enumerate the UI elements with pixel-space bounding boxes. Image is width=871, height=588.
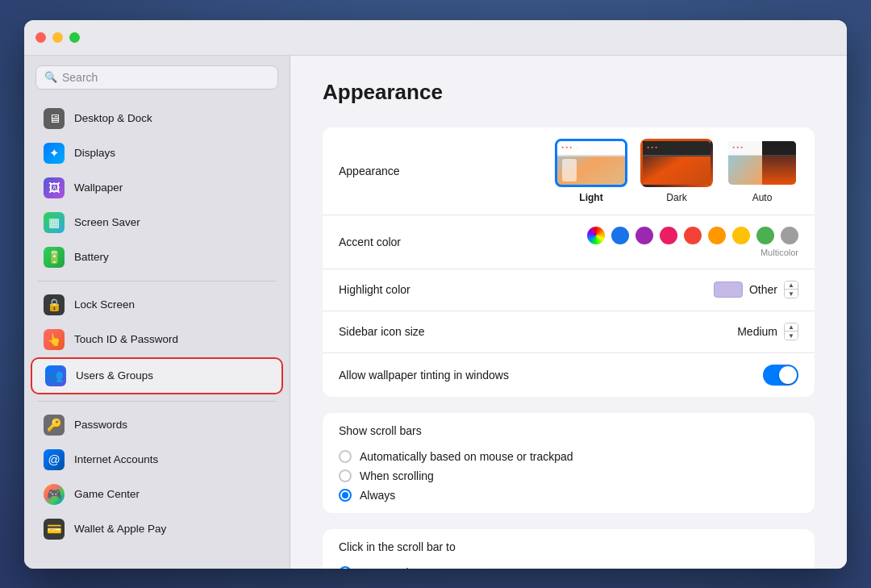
internet-icon: @	[44, 449, 65, 470]
appearance-option-light[interactable]: ●●● Light	[555, 139, 627, 203]
sidebar-icon-size-control[interactable]: Medium ▲ ▼	[737, 323, 798, 340]
wallet-icon: 💳	[44, 519, 65, 540]
scroll-bars-always-label: Always	[360, 489, 395, 502]
sidebar: 🔍 Search 🖥 Desktop & Dock ✦ Displays 🖼 W…	[24, 56, 290, 569]
accent-dot-multicolor[interactable]	[587, 227, 605, 244]
appearance-option-dark[interactable]: ●●● Dark	[640, 139, 713, 203]
sidebar-item-touchid[interactable]: 👆 Touch ID & Password	[31, 323, 283, 357]
appearance-thumb-light[interactable]: ●●●	[555, 139, 627, 187]
sidebar-label-users-groups: Users & Groups	[76, 369, 153, 382]
display-icon: 🖥	[44, 108, 65, 129]
click-scroll-radio-group: Jump to the next page	[323, 555, 815, 569]
appearance-option-auto[interactable]: ●●● Auto	[726, 139, 798, 203]
accent-dot-pink[interactable]	[660, 227, 677, 244]
accent-sublabel: Multicolor	[761, 248, 798, 257]
battery-icon: 🔋	[44, 247, 65, 268]
highlight-color-swatch	[714, 281, 743, 298]
sidebar-label-displays: Displays	[74, 147, 115, 159]
sidebar-item-users-groups[interactable]: 👥 Users & Groups	[31, 357, 283, 394]
stepper-up-size[interactable]: ▲	[785, 323, 798, 332]
sidebar-item-game-center[interactable]: 🎮 Game Center	[31, 477, 283, 511]
search-container: 🔍 Search	[24, 65, 290, 99]
page-title: Appearance	[323, 80, 815, 105]
sidebar-item-battery[interactable]: 🔋 Battery	[31, 240, 283, 274]
sidebar-item-lockscreen[interactable]: 🔒 Lock Screen	[31, 288, 283, 322]
appearance-thumb-dark[interactable]: ●●●	[640, 139, 713, 187]
stepper-up[interactable]: ▲	[785, 281, 798, 290]
sidebar-item-displays[interactable]: ✦ Displays	[31, 136, 283, 170]
radio-scroll-scrolling[interactable]	[339, 469, 352, 482]
close-button[interactable]	[35, 32, 46, 43]
scroll-bars-option-scrolling[interactable]: When scrolling	[339, 469, 798, 482]
sidebar-item-desktop-dock[interactable]: 🖥 Desktop & Dock	[31, 102, 283, 136]
accent-dot-purple[interactable]	[636, 227, 653, 244]
appearance-options: ●●● Light ●●● Dark	[555, 139, 798, 203]
scroll-bars-radio-group: Automatically based on mouse or trackpad…	[323, 439, 815, 513]
appearance-thumb-auto[interactable]: ●●●	[726, 139, 798, 187]
scroll-bars-scrolling-label: When scrolling	[360, 469, 434, 482]
settings-section-scroll-bars: Show scroll bars Automatically based on …	[323, 413, 815, 513]
sidebar-divider	[37, 281, 277, 281]
click-scroll-jump-next-label: Jump to the next page	[360, 566, 472, 569]
search-box[interactable]: 🔍 Search	[35, 65, 278, 90]
users-icon: 👥	[45, 365, 66, 386]
sidebar-item-screensaver[interactable]: ▦ Screen Saver	[31, 206, 283, 240]
sidebar-divider-2	[37, 401, 277, 402]
click-scroll-header: Click in the scroll bar to	[323, 529, 815, 555]
accent-dot-orange[interactable]	[708, 227, 726, 244]
sidebar-label-lockscreen: Lock Screen	[74, 298, 135, 311]
settings-row-accent-color: Accent color	[323, 215, 815, 269]
sidebar-item-internet-accounts[interactable]: @ Internet Accounts	[31, 443, 283, 477]
highlight-color-control[interactable]: Other ▲ ▼	[714, 281, 798, 298]
accent-dot-red[interactable]	[684, 227, 702, 244]
minimize-button[interactable]	[52, 32, 63, 43]
settings-section-click-scroll: Click in the scroll bar to Jump to the n…	[323, 529, 815, 569]
scroll-bars-option-auto[interactable]: Automatically based on mouse or trackpad	[339, 450, 798, 463]
sidebar-item-wallpaper[interactable]: 🖼 Wallpaper	[31, 171, 283, 205]
wallpaper-tinting-control	[763, 365, 798, 386]
wallpaper-tinting-toggle[interactable]	[763, 365, 798, 386]
sidebar-label-wallet: Wallet & Apple Pay	[74, 523, 166, 535]
radio-scroll-always[interactable]	[339, 489, 352, 502]
search-icon: 🔍	[44, 71, 57, 83]
lockscreen-icon: 🔒	[44, 294, 65, 315]
touchid-icon: 👆	[44, 329, 65, 350]
click-scroll-option-jump-next[interactable]: Jump to the next page	[339, 566, 798, 569]
radio-scroll-auto[interactable]	[339, 450, 352, 463]
sidebar-item-passwords[interactable]: 🔑 Passwords	[31, 408, 283, 442]
passwords-icon: 🔑	[44, 415, 65, 436]
accent-dot-blue[interactable]	[611, 227, 629, 244]
scroll-bars-option-always[interactable]: Always	[339, 489, 798, 502]
appearance-label-light: Light	[579, 192, 602, 203]
accent-dot-gray[interactable]	[781, 227, 798, 244]
screensaver-icon: ▦	[44, 212, 65, 233]
settings-section-appearance: Appearance ●●● Light	[323, 127, 815, 397]
wallpaper-icon: 🖼	[44, 177, 65, 198]
appearance-label: Appearance	[339, 165, 555, 177]
accent-dot-yellow[interactable]	[732, 227, 750, 244]
window-content: 🔍 Search 🖥 Desktop & Dock ✦ Displays 🖼 W…	[24, 56, 847, 569]
sidebar-label-wallpaper: Wallpaper	[74, 181, 123, 194]
sidebar-item-wallet[interactable]: 💳 Wallet & Apple Pay	[31, 512, 283, 546]
maximize-button[interactable]	[69, 32, 80, 43]
radio-jump-next[interactable]	[339, 566, 352, 569]
stepper-down[interactable]: ▼	[785, 290, 798, 298]
displays-icon: ✦	[44, 143, 65, 164]
sidebar-icon-size-value: Medium	[737, 325, 777, 338]
toggle-knob	[779, 366, 797, 384]
sidebar-label-desktop-dock: Desktop & Dock	[74, 112, 152, 124]
accent-dot-green[interactable]	[756, 227, 774, 244]
stepper-down-size[interactable]: ▼	[785, 332, 798, 340]
highlight-color-label: Highlight color	[339, 283, 714, 296]
sidebar-label-touchid: Touch ID & Password	[74, 333, 178, 345]
sidebar-icon-size-stepper[interactable]: ▲ ▼	[784, 323, 798, 340]
highlight-color-value: Other	[749, 283, 777, 296]
settings-row-appearance: Appearance ●●● Light	[323, 127, 815, 215]
appearance-label-dark: Dark	[666, 192, 686, 203]
sidebar-label-internet-accounts: Internet Accounts	[74, 453, 158, 465]
highlight-color-stepper[interactable]: ▲ ▼	[784, 281, 798, 298]
sidebar-label-battery: Battery	[74, 251, 109, 263]
appearance-label-auto: Auto	[752, 192, 773, 203]
sidebar-section-main: 🖥 Desktop & Dock ✦ Displays 🖼 Wallpaper …	[24, 99, 290, 548]
gamecenter-icon: 🎮	[44, 484, 65, 505]
